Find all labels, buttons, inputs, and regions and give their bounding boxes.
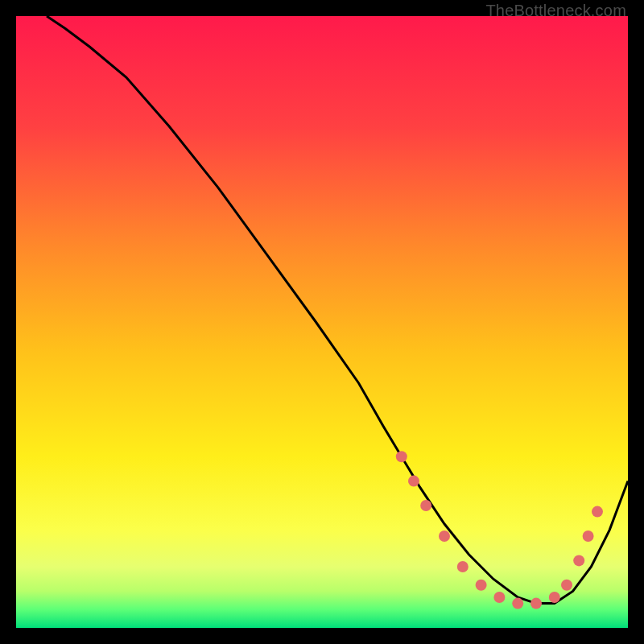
bottleneck-chart [16,16,628,628]
highlight-dot [476,580,487,591]
gradient-background [16,16,628,628]
highlight-dot [592,506,603,518]
chart-frame [16,16,628,628]
watermark-text: TheBottleneck.com [485,2,626,20]
highlight-dot [512,598,523,609]
highlight-dot [549,592,560,603]
highlight-dot [493,592,505,603]
highlight-dot [439,530,450,542]
highlight-dot [396,451,407,462]
highlight-dot [573,555,584,566]
highlight-dot [561,580,572,591]
highlight-dot [408,476,419,487]
highlight-dot [530,598,542,609]
highlight-dot [457,561,469,572]
highlight-dot [420,500,431,511]
highlight-dot [583,530,594,542]
